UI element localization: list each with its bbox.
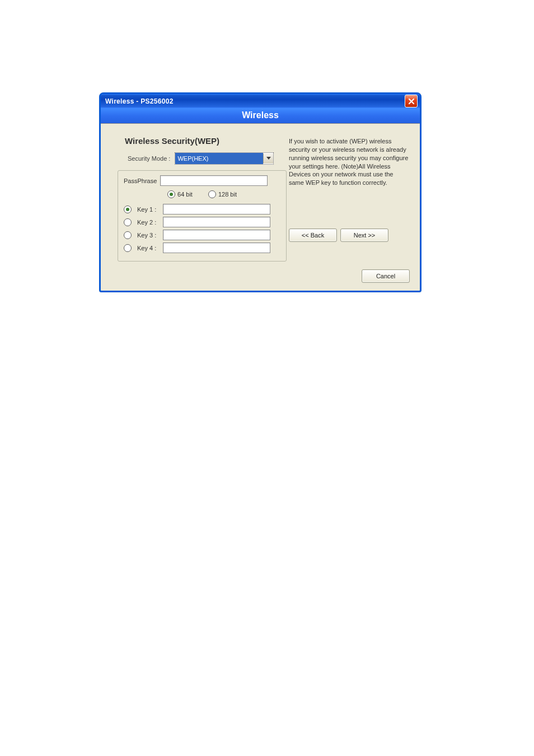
window-title: Wireless - PS256002: [105, 97, 174, 105]
radio-icon: [124, 218, 132, 226]
key1-input[interactable]: [163, 204, 270, 214]
close-icon: [408, 98, 415, 105]
radio-64bit[interactable]: 64 bit: [167, 190, 193, 198]
back-button[interactable]: << Back: [289, 228, 337, 242]
radio-64bit-label: 64 bit: [177, 191, 193, 198]
radio-key4[interactable]: [124, 244, 134, 252]
passphrase-label: PassPhrase: [124, 178, 157, 184]
radio-key2[interactable]: [124, 218, 134, 226]
security-mode-select[interactable]: WEP(HEX): [175, 152, 274, 165]
chevron-down-icon: [263, 153, 273, 164]
key3-label: Key 3 :: [137, 232, 160, 239]
security-mode-value: WEP(HEX): [175, 153, 263, 164]
passphrase-input[interactable]: [160, 175, 268, 186]
key2-label: Key 2 :: [137, 219, 160, 226]
key4-input[interactable]: [163, 242, 270, 253]
close-button[interactable]: [405, 95, 418, 108]
key2-input[interactable]: [163, 217, 270, 227]
radio-icon: [208, 190, 216, 198]
next-button[interactable]: Next >>: [340, 228, 388, 242]
help-text: If you wish to activate (WEP) wireless s…: [289, 137, 410, 187]
radio-icon: [124, 244, 132, 252]
wep-key-group: PassPhrase 64 bit 128 bit: [118, 170, 287, 262]
radio-key1[interactable]: [124, 206, 134, 213]
key3-input[interactable]: [163, 230, 270, 240]
key1-label: Key 1 :: [137, 206, 160, 213]
radio-128bit-label: 128 bit: [218, 191, 237, 198]
dialog-body: Wireless Security(WEP) Security Mode : W…: [101, 124, 420, 291]
radio-icon: [167, 190, 175, 198]
section-header: Wireless: [101, 108, 420, 124]
radio-icon: [124, 206, 132, 213]
radio-icon: [124, 231, 132, 239]
cancel-button[interactable]: Cancel: [362, 269, 410, 283]
dialog-window: Wireless - PS256002 Wireless Wireless Se…: [99, 92, 421, 292]
key4-label: Key 4 :: [137, 245, 160, 251]
radio-key3[interactable]: [124, 231, 134, 239]
security-mode-label: Security Mode :: [128, 155, 170, 162]
radio-128bit[interactable]: 128 bit: [208, 190, 237, 198]
titlebar: Wireless - PS256002: [101, 94, 420, 108]
page-title: Wireless Security(WEP): [125, 136, 279, 146]
